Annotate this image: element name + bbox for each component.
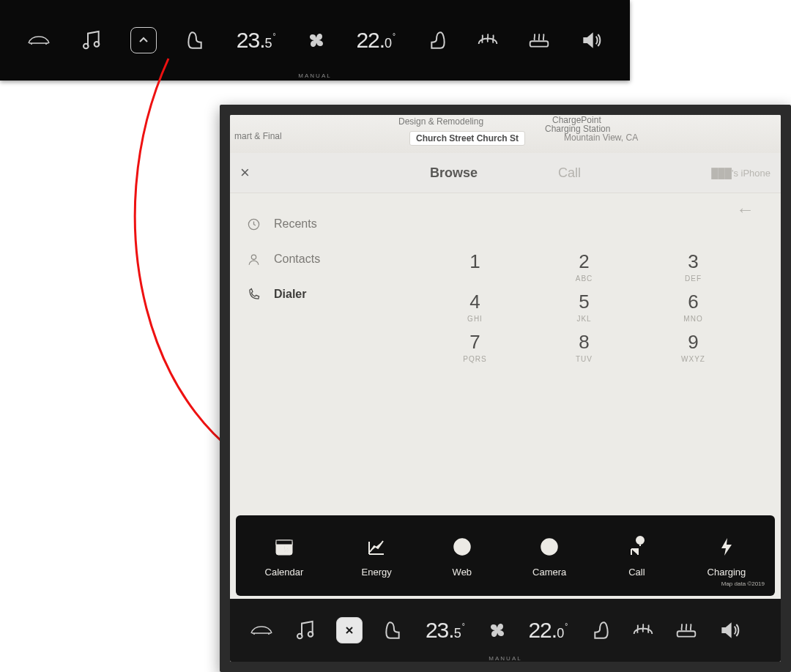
app-tray-toggle-close[interactable] <box>336 617 363 643</box>
svg-point-11 <box>546 544 552 550</box>
key-3[interactable]: 3DEF <box>657 250 729 283</box>
temp-left-int: 23 <box>237 28 259 53</box>
defrost-rear-icon[interactable] <box>527 29 551 52</box>
key-letters: JKL <box>548 315 620 324</box>
key-digit: 4 <box>439 291 511 313</box>
app-label: Camera <box>532 567 566 578</box>
app-calendar[interactable]: 15 Calendar <box>265 534 304 578</box>
app-energy[interactable]: Energy <box>362 534 392 578</box>
key-letters <box>439 275 511 283</box>
key-letters: PQRS <box>439 355 511 364</box>
app-web[interactable]: Web <box>450 534 475 578</box>
key-digit: 3 <box>657 250 729 273</box>
map-copyright: Map data ©2019 <box>721 580 765 587</box>
key-letters: GHI <box>439 315 511 324</box>
key-digit: 6 <box>657 291 729 313</box>
key-digit: 9 <box>657 331 729 354</box>
svg-point-5 <box>251 255 256 259</box>
sidebar-item-dialer[interactable]: Dialer <box>230 277 387 312</box>
app-label: Calendar <box>265 567 304 578</box>
globe-icon <box>450 534 475 559</box>
backspace-button[interactable]: ← <box>736 199 754 220</box>
music-icon[interactable] <box>293 619 316 642</box>
seat-heat-left-icon[interactable] <box>185 29 208 52</box>
temp-right-int: 22 <box>356 28 379 53</box>
screen: mart & Final Design & Remodeling ChargeP… <box>230 115 781 662</box>
tab-browse[interactable]: Browse <box>430 165 478 181</box>
volume-icon[interactable] <box>718 619 741 642</box>
climate-mode-label: MANUAL <box>0 72 630 79</box>
person-icon <box>246 252 261 266</box>
sidebar-item-recents[interactable]: Recents <box>230 206 387 242</box>
music-icon[interactable] <box>79 29 103 52</box>
climate-mode-label: MANUAL <box>230 655 781 662</box>
key-5[interactable]: 5JKL <box>548 291 620 324</box>
car-icon[interactable] <box>27 29 51 52</box>
temp-left-int: 23 <box>426 618 448 643</box>
key-letters: DEF <box>657 275 729 283</box>
app-tray: 15 Calendar Energy Web Camera Call <box>236 515 775 596</box>
app-charging[interactable]: Charging <box>708 534 746 578</box>
bolt-icon <box>714 534 739 559</box>
app-call[interactable]: Call <box>624 534 649 578</box>
app-label: Web <box>453 567 472 578</box>
key-7[interactable]: 7PQRS <box>439 331 511 364</box>
map-location: Mountain View, CA <box>564 132 638 143</box>
defrost-front-icon[interactable] <box>476 29 500 52</box>
temp-left-dec: 5 <box>265 36 272 51</box>
app-label: Call <box>628 567 645 578</box>
top-climate-bar: 23.5° 22.0° MANUAL <box>0 0 630 81</box>
fan-icon[interactable] <box>486 619 509 642</box>
car-icon[interactable] <box>250 619 273 642</box>
key-1[interactable]: 1 <box>439 250 511 283</box>
seat-heat-left-icon[interactable] <box>382 619 406 642</box>
clock-icon <box>246 217 261 231</box>
key-digit: 7 <box>439 331 511 354</box>
key-letters: TUV <box>548 355 620 364</box>
svg-rect-15 <box>677 631 695 636</box>
sidebar-item-label: Recents <box>274 217 317 231</box>
key-8[interactable]: 8TUV <box>548 331 620 364</box>
bottom-climate-bar: 23.5° 22.0° MANUAL <box>230 599 781 662</box>
energy-icon <box>364 534 389 559</box>
key-letters: MNO <box>657 315 729 324</box>
key-digit: 1 <box>439 250 511 273</box>
key-digit: 5 <box>548 291 620 313</box>
fan-icon[interactable] <box>305 29 328 52</box>
seat-heat-right-icon[interactable] <box>425 29 448 52</box>
svg-text:15: 15 <box>280 545 289 553</box>
temp-left[interactable]: 23.5° <box>237 28 277 53</box>
camera-icon <box>537 534 562 559</box>
key-6[interactable]: 6MNO <box>657 291 729 324</box>
volume-icon[interactable] <box>579 29 603 52</box>
sidebar-item-contacts[interactable]: Contacts <box>230 242 387 277</box>
sidebar-item-label: Dialer <box>274 288 306 301</box>
key-9[interactable]: 9WXYZ <box>657 331 729 364</box>
defrost-front-icon[interactable] <box>631 619 655 642</box>
app-tray-toggle[interactable] <box>130 27 157 53</box>
temp-left[interactable]: 23.5° <box>426 618 466 643</box>
tab-call[interactable]: Call <box>558 165 581 181</box>
seat-heat-right-icon[interactable] <box>588 619 612 642</box>
app-label: Energy <box>362 567 392 578</box>
map-street-chip: Church Street Church St <box>409 131 525 146</box>
temp-right-dec: 0 <box>557 626 563 641</box>
phone-icon <box>246 287 261 302</box>
temp-right[interactable]: 22.0° <box>528 618 568 643</box>
sidebar-item-label: Contacts <box>274 253 320 266</box>
defrost-rear-icon[interactable] <box>675 619 698 642</box>
key-digit: 8 <box>548 331 620 354</box>
map-poi: Design & Remodeling <box>398 116 483 127</box>
app-camera[interactable]: Camera <box>532 534 566 578</box>
temp-right-int: 22 <box>528 618 551 643</box>
temp-right-dec: 0 <box>385 36 391 51</box>
map-preview[interactable]: mart & Final Design & Remodeling ChargeP… <box>230 115 781 153</box>
key-letters: ABC <box>548 275 620 283</box>
touchscreen: mart & Final Design & Remodeling ChargeP… <box>220 105 791 672</box>
key-4[interactable]: 4GHI <box>439 291 511 324</box>
svg-point-13 <box>308 632 313 637</box>
temp-right[interactable]: 22.0° <box>356 28 396 53</box>
key-2[interactable]: 2ABC <box>548 250 620 283</box>
phone-header: × Browse Call ███'s iPhone <box>230 153 781 193</box>
call-icon <box>624 534 649 559</box>
